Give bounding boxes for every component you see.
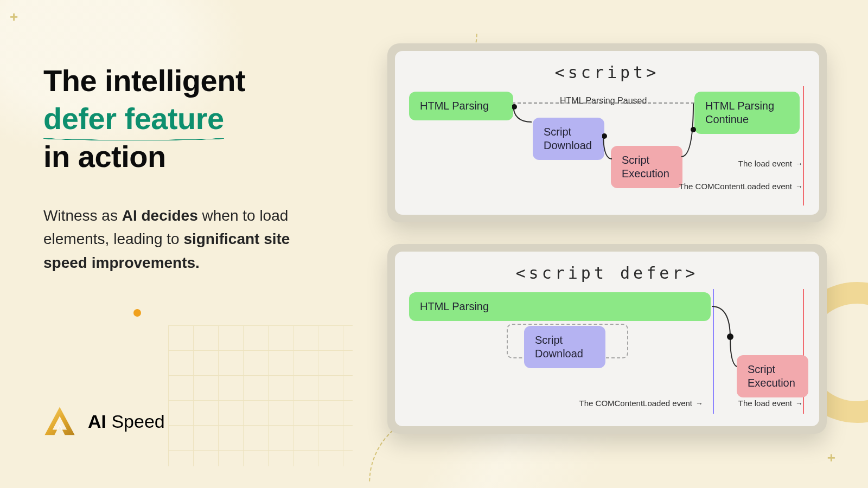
arrow-right-icon: → xyxy=(695,399,703,408)
hero-text: The intelligent defer feature in action … xyxy=(43,62,336,274)
connector xyxy=(680,102,702,159)
event-label: The COMContentLoaded event xyxy=(679,182,792,191)
bg-grid xyxy=(168,325,353,466)
diagram-title: <script> xyxy=(409,63,805,82)
svg-point-3 xyxy=(727,333,733,340)
diagram-card-script-defer: <script defer> HTML Parsing Script Downl… xyxy=(387,244,827,434)
svg-point-2 xyxy=(691,127,696,132)
subheadline: Witness as AI decides when to load eleme… xyxy=(43,204,336,274)
arrow-right-icon: → xyxy=(795,399,803,408)
connector xyxy=(711,305,740,370)
brand-name-rest: Speed xyxy=(106,411,165,432)
node-html-parsing: HTML Parsing xyxy=(409,292,711,321)
event-domcontentloaded: The COMContentLoaded event→ xyxy=(679,182,803,191)
decor-dot xyxy=(133,309,141,317)
script-timeline: HTML Parsing Paused HTML Parsing Script … xyxy=(409,92,805,200)
connector xyxy=(602,133,624,161)
headline: The intelligent defer feature in action xyxy=(43,62,336,176)
event-label: The COMContentLoaded event xyxy=(579,399,692,408)
defer-timeline: HTML Parsing Script Download Script Exec… xyxy=(409,292,805,412)
diagram-title: <script defer> xyxy=(409,264,805,282)
event-label: The load event xyxy=(738,159,792,168)
svg-point-1 xyxy=(602,133,607,139)
plus-icon: + xyxy=(827,450,835,466)
brand: AI Speed xyxy=(43,406,165,436)
arrow-right-icon: → xyxy=(795,182,803,191)
subhead-part: Witness as xyxy=(43,207,122,224)
event-domcontentloaded: The COMContentLoaded event→ xyxy=(579,399,703,408)
event-label: The load event xyxy=(738,399,792,408)
pause-label: HTML Parsing Paused xyxy=(560,96,647,106)
brand-name-strong: AI xyxy=(88,411,106,432)
brand-logo-icon xyxy=(43,406,76,436)
finish-line xyxy=(803,86,804,206)
brand-name: AI Speed xyxy=(88,411,165,432)
node-script-download: Script Download xyxy=(524,326,605,368)
event-load: The load event→ xyxy=(738,399,803,408)
arrow-right-icon: → xyxy=(795,159,803,168)
node-html-parsing-continue: HTML Parsing Continue xyxy=(694,92,800,134)
connector xyxy=(512,104,539,131)
plus-icon: + xyxy=(10,9,18,25)
headline-line1: The intelligent xyxy=(43,63,245,98)
node-html-parsing: HTML Parsing xyxy=(409,92,513,120)
svg-point-0 xyxy=(512,104,517,110)
headline-line3: in action xyxy=(43,139,166,174)
node-script-execution: Script Execution xyxy=(737,355,808,397)
node-script-download: Script Download xyxy=(533,118,604,160)
diagram-card-script: <script> HTML Parsing Paused HTML Parsin… xyxy=(387,43,827,222)
subhead-strong: AI decides xyxy=(122,207,198,224)
event-load: The load event→ xyxy=(738,159,803,168)
headline-accent: defer feature xyxy=(43,100,224,138)
